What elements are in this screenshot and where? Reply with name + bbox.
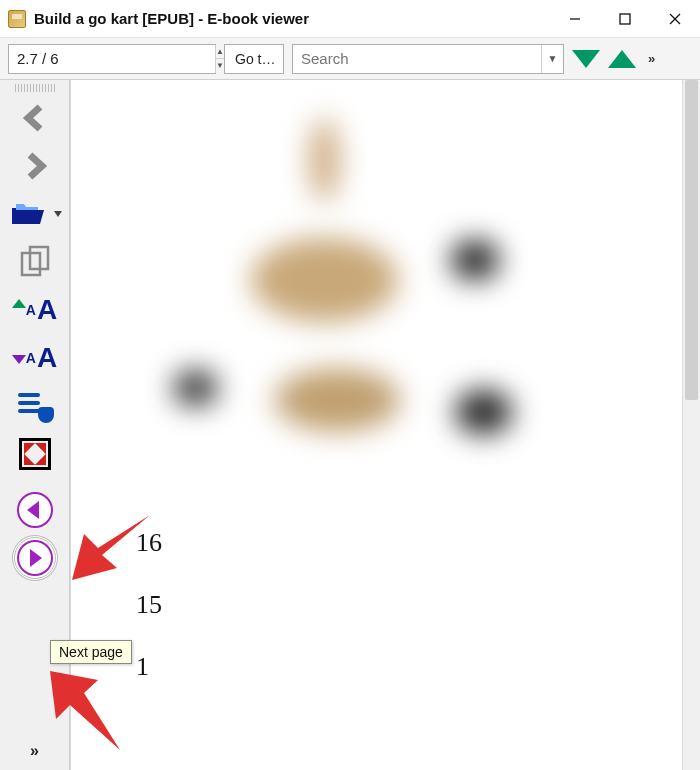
window-title: Build a go kart [EPUB] - E-book viewer (34, 10, 550, 27)
svg-rect-1 (620, 14, 630, 24)
toolbar-overflow-icon[interactable]: » (644, 51, 660, 66)
vertical-scrollbar[interactable] (682, 80, 700, 770)
toc-icon (18, 391, 52, 421)
page-content-number: 16 (136, 528, 162, 558)
minimize-button[interactable] (550, 0, 600, 38)
tooltip: Next page (50, 640, 132, 664)
search-input[interactable] (293, 45, 541, 73)
increase-font-button[interactable]: AA (11, 288, 59, 332)
app-icon (8, 10, 26, 28)
page-position-spinbox[interactable]: ▲ ▼ (8, 44, 216, 74)
decrease-font-button[interactable]: AA (11, 336, 59, 380)
scroll-up-icon[interactable] (608, 50, 636, 68)
previous-page-button[interactable] (11, 488, 59, 532)
scroll-down-icon[interactable] (572, 50, 600, 68)
search-dropdown-icon[interactable]: ▼ (541, 45, 563, 73)
ebook-image (131, 100, 561, 500)
copy-button[interactable] (11, 240, 59, 284)
main-area: AA AA » 16 15 1 (0, 80, 700, 770)
open-ebook-button[interactable] (4, 192, 66, 236)
chevron-down-icon[interactable] (54, 211, 62, 217)
previous-page-icon (17, 492, 53, 528)
spinner-buttons[interactable]: ▲ ▼ (215, 45, 224, 73)
fullscreen-button[interactable] (11, 432, 59, 476)
sidebar-overflow-icon[interactable]: » (30, 742, 39, 760)
search-box[interactable]: ▼ (292, 44, 564, 74)
spinner-up-icon[interactable]: ▲ (216, 45, 224, 60)
spinner-down-icon[interactable]: ▼ (216, 59, 224, 73)
fullscreen-icon (19, 438, 51, 470)
page-position-input[interactable] (9, 45, 215, 73)
forward-button[interactable] (11, 144, 59, 188)
back-button[interactable] (11, 96, 59, 140)
content-viewport[interactable]: 16 15 1 (70, 80, 700, 770)
close-button[interactable] (650, 0, 700, 38)
sidebar-grip[interactable] (15, 84, 55, 92)
title-bar: Build a go kart [EPUB] - E-book viewer (0, 0, 700, 38)
toc-button[interactable] (11, 384, 59, 428)
sidebar: AA AA » (0, 80, 70, 770)
page-content-number: 1 (136, 652, 149, 682)
maximize-button[interactable] (600, 0, 650, 38)
page-content-number: 15 (136, 590, 162, 620)
toolbar: ▲ ▼ Go t… ▼ » (0, 38, 700, 80)
scrollbar-thumb[interactable] (685, 80, 698, 400)
next-page-icon (17, 540, 53, 576)
next-page-button[interactable] (11, 536, 59, 580)
goto-button[interactable]: Go t… (224, 44, 284, 74)
